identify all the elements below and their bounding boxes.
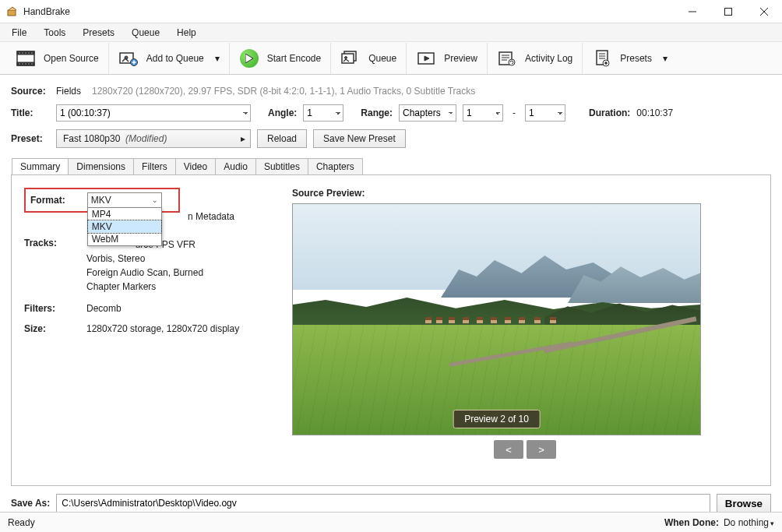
tab-filters[interactable]: Filters [133, 158, 176, 174]
save-new-preset-button[interactable]: Save New Preset [313, 129, 406, 148]
format-option-webm[interactable]: WebM [88, 233, 161, 245]
activity-log-icon [497, 48, 517, 69]
tracks-line-4: Chapter Markers [86, 280, 273, 294]
format-option-mkv[interactable]: MKV [88, 220, 161, 233]
preview-icon [416, 48, 436, 69]
format-value: MKV [91, 195, 111, 206]
title-select[interactable]: 1 (00:10:37) [56, 104, 251, 122]
svg-rect-2 [725, 8, 732, 15]
preview-label: Preview [444, 53, 477, 64]
format-label: Format: [30, 195, 65, 206]
menu-queue[interactable]: Queue [123, 25, 168, 41]
status-text: Ready [8, 517, 35, 528]
passthru-metadata-partial: n Metadata [188, 211, 234, 222]
chevron-down-icon: ⌄ [152, 196, 158, 204]
queue-button[interactable]: Queue [331, 43, 407, 74]
save-as-label: Save As: [11, 498, 50, 509]
range-label: Range: [361, 107, 393, 118]
preview-prev-button[interactable]: < [494, 440, 523, 459]
preset-label: Preset: [11, 133, 50, 144]
chevron-down-icon: ▾ [215, 53, 220, 64]
tab-subtitles[interactable]: Subtitles [255, 158, 308, 174]
angle-label: Angle: [268, 107, 297, 118]
svg-rect-12 [31, 52, 33, 54]
tab-video[interactable]: Video [175, 158, 216, 174]
when-done-dropdown[interactable]: Do nothing▾ [724, 517, 774, 528]
tab-audio[interactable]: Audio [215, 158, 256, 174]
start-encode-label: Start Encode [267, 53, 321, 64]
source-name: Fields [56, 86, 81, 97]
angle-select[interactable]: 1 [303, 104, 343, 122]
duration-label: Duration: [589, 107, 630, 118]
svg-rect-8 [19, 52, 20, 54]
maximize-button[interactable] [710, 0, 746, 23]
preset-name: Fast 1080p30 [63, 133, 120, 144]
start-encode-button[interactable]: Start Encode [230, 43, 331, 74]
svg-point-33 [509, 59, 515, 65]
add-to-queue-icon [118, 48, 139, 69]
menu-tools[interactable]: Tools [35, 25, 74, 41]
format-select[interactable]: MKV ⌄ [87, 192, 162, 208]
svg-rect-10 [25, 52, 26, 54]
svg-rect-16 [28, 63, 30, 65]
svg-point-26 [345, 56, 347, 58]
menu-presets[interactable]: Presets [74, 25, 123, 41]
open-source-button[interactable]: Open Source [6, 43, 109, 74]
filters-label: Filters: [24, 303, 86, 314]
tracks-line-3: Foreign Audio Scan, Burned [86, 266, 273, 280]
range-from-select[interactable]: 1 [463, 104, 503, 122]
title-label: Title: [11, 107, 50, 118]
svg-marker-28 [424, 56, 429, 61]
close-button[interactable] [746, 0, 782, 23]
presets-button[interactable]: Presets ▾ [583, 43, 677, 74]
browse-button[interactable]: Browse [717, 494, 771, 513]
svg-rect-11 [28, 52, 30, 54]
app-title: HandBrake [23, 6, 70, 17]
tracks-label: Tracks: [24, 238, 86, 294]
source-preview-label: Source Preview: [292, 188, 758, 199]
tab-chapters[interactable]: Chapters [308, 158, 363, 174]
svg-rect-14 [22, 63, 23, 65]
format-dropdown: MP4 MKV WebM [87, 207, 162, 246]
reload-preset-button[interactable]: Reload [257, 129, 307, 148]
format-option-mp4[interactable]: MP4 [88, 208, 161, 220]
add-to-queue-label: Add to Queue [146, 53, 204, 64]
menu-file[interactable]: File [3, 25, 35, 41]
tab-summary[interactable]: Summary [12, 158, 69, 174]
size-label: Size: [24, 323, 86, 334]
activity-log-button[interactable]: Activity Log [488, 43, 583, 74]
app-icon [6, 5, 19, 18]
arrow-right-icon: ▸ [241, 133, 245, 144]
preview-next-button[interactable]: > [527, 440, 556, 459]
activity-log-label: Activity Log [525, 53, 572, 64]
presets-label: Presets [620, 53, 652, 64]
svg-point-39 [605, 62, 608, 64]
preview-button[interactable]: Preview [407, 43, 488, 74]
range-to-select[interactable]: 1 [525, 104, 565, 122]
preview-counter: Preview 2 of 10 [453, 410, 541, 428]
queue-label: Queue [368, 53, 396, 64]
queue-icon [340, 48, 361, 69]
range-type-select[interactable]: Chapters [399, 104, 456, 122]
film-icon [16, 48, 36, 69]
tab-dimensions[interactable]: Dimensions [68, 158, 134, 174]
size-value: 1280x720 storage, 1280x720 display [86, 323, 273, 334]
source-label: Source: [11, 86, 50, 97]
preset-dropdown[interactable]: Fast 1080p30 (Modified) ▸ [56, 129, 251, 148]
chevron-down-icon: ▾ [663, 53, 668, 64]
tracks-line-2: Vorbis, Stereo [86, 252, 273, 266]
filters-value: Decomb [86, 303, 273, 314]
save-as-input[interactable] [56, 494, 710, 513]
menu-help[interactable]: Help [168, 25, 205, 41]
svg-rect-13 [19, 63, 20, 65]
minimize-button[interactable] [675, 0, 710, 23]
open-source-label: Open Source [44, 53, 99, 64]
source-info: 1280x720 (1280x720), 29.97 FPS, SDR (8-b… [92, 86, 475, 97]
svg-rect-9 [22, 52, 23, 54]
source-preview: Preview 2 of 10 [292, 203, 701, 435]
svg-rect-0 [8, 10, 16, 16]
svg-rect-17 [31, 63, 33, 65]
svg-marker-23 [245, 54, 253, 63]
add-to-queue-button[interactable]: Add to Queue ▾ [109, 43, 230, 74]
chevron-down-icon: ▾ [770, 520, 774, 527]
